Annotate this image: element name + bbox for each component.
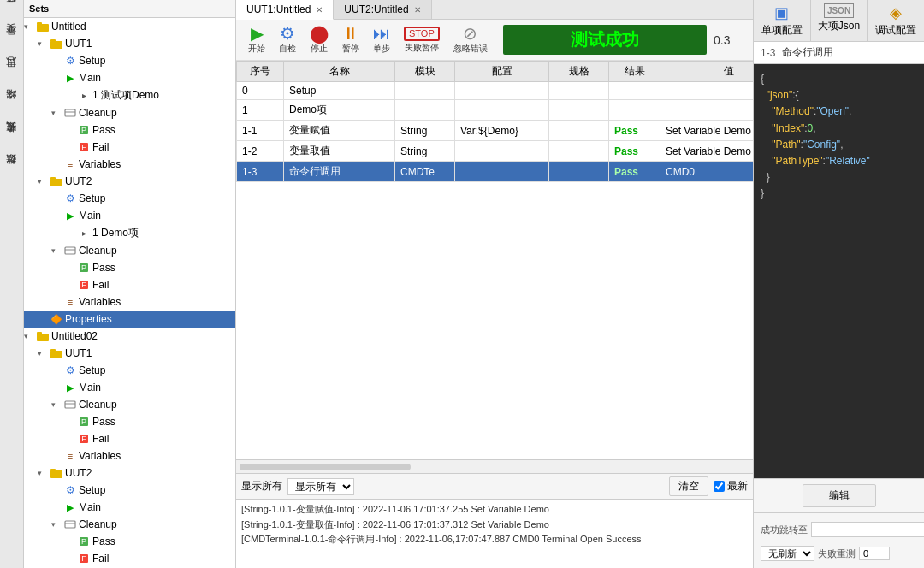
tree-node[interactable]: ⚙Setup — [24, 52, 235, 69]
fail-retry-input[interactable] — [859, 547, 890, 560]
tree-node[interactable]: ▾Untitled02 — [24, 328, 235, 345]
table-cell-4 — [549, 121, 609, 141]
sidebar-tab-favorites[interactable]: 收藏夹 — [3, 137, 21, 144]
tree-node[interactable]: ▾Cleanup — [24, 242, 235, 259]
sidebar-tab-project[interactable]: 项目 — [3, 7, 21, 14]
tree-node[interactable]: PPass — [24, 533, 235, 550]
tree-node[interactable]: ▾UUT1 — [24, 35, 235, 52]
table-cell-1: Demo项 — [284, 100, 395, 121]
table-row[interactable]: 1-2变量取值StringPassSet Variable Demo3 — [237, 141, 754, 162]
table-row[interactable]: 1-3命令行调用CMDTePassCMD0878.0 — [237, 162, 754, 182]
tree-node[interactable]: ▾UUT2 — [24, 173, 235, 190]
tree-node[interactable]: FFail — [24, 276, 235, 293]
tree-node[interactable]: ▾Cleanup — [24, 516, 235, 533]
fail-stop-button[interactable]: STOP 失败暂停 — [399, 25, 445, 56]
latest-checkbox[interactable] — [714, 481, 725, 492]
status-num: 0.3 — [714, 33, 739, 47]
tab-uut1[interactable]: UUT1:Untitled✕ — [236, 0, 334, 20]
tree-node[interactable]: ▸1 测试项Demo — [24, 86, 235, 104]
tree-node[interactable]: ≡Variables — [24, 293, 235, 311]
tree-node[interactable]: ▾UUT1 — [24, 345, 235, 362]
start-icon: ▶ — [251, 25, 264, 42]
table-cell-6: Set Variable Demo — [660, 121, 754, 141]
clear-button[interactable]: 清空 — [669, 476, 708, 496]
step-button[interactable]: ⏭ 单步 — [368, 23, 395, 56]
stop-button[interactable]: ⬤ 停止 — [305, 23, 334, 56]
var-icon: ≡ — [63, 449, 77, 463]
table-col-5: 结果 — [609, 62, 660, 82]
tree-node[interactable]: FFail — [24, 139, 235, 156]
status-box: 测试成功 — [503, 25, 707, 55]
tree-node[interactable]: ▶Main — [24, 207, 235, 224]
table-cell-1: 命令行调用 — [284, 162, 395, 182]
single-config-icon: ▣ — [774, 3, 789, 22]
tree-node-label: Pass — [92, 535, 116, 547]
sidebar-tab-variable[interactable]: 变量 — [3, 39, 21, 46]
table-cell-3 — [455, 100, 549, 121]
self-check-button[interactable]: ⚙ 自检 — [274, 23, 301, 56]
horizontal-scrollbar[interactable] — [236, 459, 753, 473]
tree-node[interactable]: ⚙Setup — [24, 190, 235, 207]
pause-button[interactable]: ⏸ 暂停 — [337, 23, 364, 56]
skip-error-button[interactable]: ⊘ 忽略错误 — [448, 23, 493, 56]
svg-rect-6 — [50, 179, 62, 186]
tune-config-button[interactable]: ◈ 调试配置 — [868, 0, 924, 41]
retry-row: 无刷新刷新 失败重测 — [761, 546, 917, 561]
svg-rect-2 — [50, 41, 62, 49]
main-area: UUT1:Untitled✕UUT2:Untitled✕ ▶ 开始 ⚙ 自检 ⬤… — [236, 0, 753, 568]
tree-node[interactable]: PPass — [24, 121, 235, 139]
skip-icon: ⊘ — [463, 25, 477, 42]
tree-node[interactable]: ≡Variables — [24, 447, 235, 464]
tree-node[interactable]: ▾UUT2 — [24, 464, 235, 482]
sidebar-tab-data[interactable]: 数据 — [3, 169, 21, 176]
sidebar-tab-terminal[interactable]: 终端 — [3, 104, 21, 111]
test-table: 序号名称模块配置规格结果值耗时 0Setup1Demo项1-1变量赋值Strin… — [236, 61, 753, 182]
tree-node[interactable]: ▾Untitled — [24, 18, 235, 35]
latest-checkbox-row[interactable]: 最新 — [714, 479, 748, 494]
tree-node-label: Main — [79, 210, 101, 222]
cleanup-icon — [63, 518, 77, 531]
tree-node[interactable]: ⚙Setup — [24, 362, 235, 379]
code-line: "Method":"Open", — [761, 104, 917, 120]
success-input[interactable] — [811, 522, 924, 537]
latest-label: 最新 — [727, 479, 748, 494]
tab-close-icon[interactable]: ✕ — [316, 5, 323, 15]
tree-node[interactable]: PPass — [24, 413, 235, 430]
pass-badge: Pass — [614, 125, 638, 137]
tree-node[interactable]: ⚙Setup — [24, 482, 235, 499]
start-button[interactable]: ▶ 开始 — [243, 23, 270, 56]
tree-node[interactable]: PPass — [24, 259, 235, 276]
table-col-0: 序号 — [237, 62, 284, 82]
svg-rect-17 — [50, 469, 56, 471]
tree-node-label: Variables — [79, 158, 121, 170]
tree-node[interactable]: ▶Main — [24, 379, 235, 396]
table-row[interactable]: 1-1变量赋值StringVar:${Demo}PassSet Variable… — [237, 121, 754, 141]
edit-button[interactable]: 编辑 — [803, 484, 876, 507]
filter-select[interactable]: 显示所有错误警告信息 — [287, 478, 354, 495]
tree-node[interactable]: ≡Variables — [24, 156, 235, 173]
tree-node[interactable]: FFail — [24, 550, 235, 567]
tree-node[interactable]: ▾Cleanup — [24, 104, 235, 121]
table-row[interactable]: 0Setup — [237, 82, 754, 100]
tree-node[interactable]: ▾Cleanup — [24, 396, 235, 413]
table-row[interactable]: 1Demo项 — [237, 100, 754, 121]
right-header-title: 命令行调用 — [782, 45, 833, 60]
tree-content: ▾Untitled▾UUT1 ⚙Setup ▶Main ▸1 测试项Demo▾C… — [24, 18, 235, 568]
tree-node[interactable]: ▶Main — [24, 69, 235, 86]
big-json-button[interactable]: JSON 大项Json — [811, 0, 868, 41]
tree-node[interactable]: ▸1 Demo项 — [24, 224, 235, 242]
scrollbar-thumb[interactable] — [240, 464, 411, 470]
code-area: { "json":{ "Method":"Open", "Index":0, "… — [754, 64, 924, 478]
tree-node-label: UUT1 — [65, 347, 92, 359]
tree-node[interactable]: ▶Main — [24, 499, 235, 516]
tab-close-icon[interactable]: ✕ — [414, 5, 421, 15]
tree-node[interactable]: FFail — [24, 430, 235, 447]
tab-uut2[interactable]: UUT2:Untitled✕ — [334, 0, 431, 19]
tree-node[interactable]: 🔶Properties — [24, 311, 235, 328]
fail-icon: F — [77, 140, 91, 154]
gear-icon: ⚙ — [63, 364, 77, 377]
retry-select[interactable]: 无刷新刷新 — [761, 546, 814, 561]
single-config-button[interactable]: ▣ 单项配置 — [754, 0, 811, 41]
test-table-container[interactable]: 序号名称模块配置规格结果值耗时 0Setup1Demo项1-1变量赋值Strin… — [236, 61, 753, 459]
sidebar-tab-log[interactable]: 日志 — [3, 72, 21, 79]
